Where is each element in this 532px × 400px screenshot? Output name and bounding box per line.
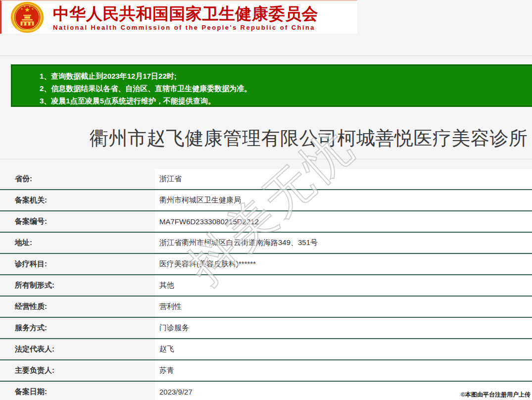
table-row: 备案日期: 2023/9/27: [0, 382, 532, 400]
page-title: 衢州市赵飞健康管理有限公司柯城善悦医疗美容诊所: [90, 126, 528, 151]
site-header: ★ ★ ★ ★ ★ 中华人民共和国国家卫生健康委员会 National Heal…: [0, 0, 357, 34]
svg-text:★: ★: [29, 5, 31, 8]
field-label: 经营性质:: [0, 297, 155, 317]
field-label: 备案机关:: [0, 190, 155, 210]
header-divider: [0, 55, 532, 56]
field-value: 赵飞: [155, 339, 532, 359]
upload-credit-text: ©本图由平台注册用户上传: [461, 391, 531, 399]
table-row: 地址: 浙江省衢州市柯城区白云街道南海路349、351号: [0, 233, 532, 254]
field-value: 其他: [155, 275, 532, 296]
svg-text:★: ★: [23, 5, 26, 8]
svg-text:★: ★: [21, 7, 23, 10]
site-title-english: National Health Commission of the People…: [53, 24, 318, 31]
section-divider: [0, 159, 532, 159]
field-value: 医疗美容科(美容皮肤科)******: [155, 254, 532, 274]
field-label: 诊疗科目:: [0, 254, 155, 274]
field-label: 主要负责人:: [0, 360, 155, 381]
field-label: 地址:: [0, 233, 155, 253]
notice-line: 3、凌晨1点至凌晨5点系统进行维护，不能提供查询。: [40, 95, 532, 107]
notice-line: 2、信息数据结果以各省、自治区、直辖市卫生健康委数据为准。: [40, 82, 532, 95]
record-table: 省份: 浙江省 备案机关: 衢州市柯城区卫生健康局 备案编号: MA7FW6D2…: [0, 169, 532, 400]
field-label: 服务方式:: [0, 318, 155, 338]
table-row: 省份: 浙江省: [0, 169, 532, 190]
table-row: 所有制形式: 其他: [0, 275, 532, 297]
field-label: 省份:: [0, 169, 155, 189]
query-notice-box: 1、查询数据截止到2023年12月17日22时; 2、信息数据结果以各省、自治区…: [11, 64, 532, 107]
site-title-chinese: 中华人民共和国国家卫生健康委员会: [53, 5, 318, 23]
table-row: 服务方式: 门诊服务: [0, 318, 532, 339]
table-row: 诊疗科目: 医疗美容科(美容皮肤科)******: [0, 254, 532, 275]
header-titles: 中华人民共和国国家卫生健康委员会 National Health Commiss…: [53, 4, 318, 31]
notice-line: 1、查询数据截止到2023年12月17日22时;: [40, 70, 532, 82]
field-value: 浙江省衢州市柯城区白云街道南海路349、351号: [155, 233, 532, 253]
field-value: 营利性: [155, 297, 532, 317]
field-label: 法定代表人:: [0, 339, 155, 359]
china-national-emblem-icon: ★ ★ ★ ★ ★: [1, 1, 53, 34]
table-row: 备案编号: MA7FW6D2333080215D2212: [0, 211, 532, 233]
table-row: 备案机关: 衢州市柯城区卫生健康局: [0, 190, 532, 211]
field-value: MA7FW6D2333080215D2212: [155, 211, 532, 232]
field-value: 门诊服务: [155, 318, 532, 338]
field-value: 浙江省: [155, 169, 532, 189]
svg-text:★: ★: [31, 7, 34, 10]
field-label: 所有制形式:: [0, 275, 155, 296]
field-value: 苏青: [155, 360, 532, 381]
table-row: 主要负责人: 苏青: [0, 360, 532, 382]
table-row: 经营性质: 营利性: [0, 297, 532, 318]
table-row: 法定代表人: 赵飞: [0, 339, 532, 360]
field-label: 备案编号:: [0, 211, 155, 232]
field-label: 备案日期:: [0, 382, 155, 400]
field-value: 衢州市柯城区卫生健康局: [155, 190, 532, 210]
